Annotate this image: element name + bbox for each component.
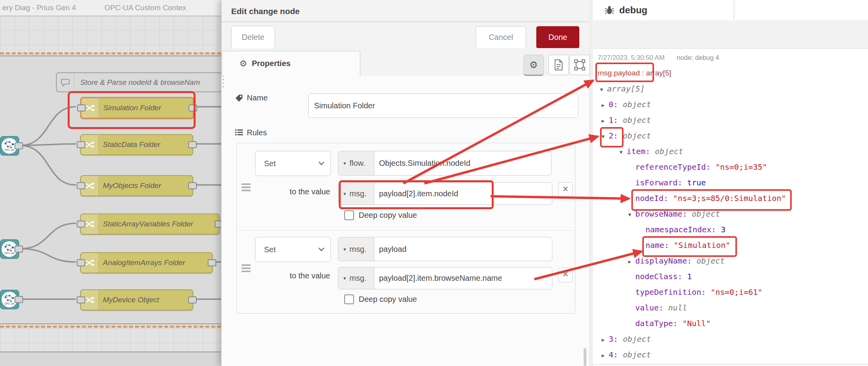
flow-canvas[interactable]: ery Diag - Prius Gen 4OPC-UA Custom Cont… — [0, 0, 221, 366]
comment-node[interactable]: Store & Parse nodeId & browseNam — [56, 72, 221, 92]
delete-button[interactable]: Delete — [231, 26, 275, 48]
expand-icon[interactable]: ▸ — [602, 97, 609, 113]
json-key: 3: — [609, 334, 618, 344]
expand-icon[interactable]: ▸ — [628, 254, 635, 269]
json-type: array[5] — [607, 84, 645, 93]
node-port-in[interactable] — [77, 296, 85, 303]
node-port-in[interactable] — [77, 221, 85, 228]
rule2-target-value[interactable] — [374, 237, 552, 261]
node-port-out[interactable] — [14, 246, 23, 253]
json-value: "Simulation" — [674, 240, 730, 250]
change-node[interactable]: StaticData Folder — [80, 134, 193, 155]
rule1-target-type[interactable]: ▾ flow. — [338, 151, 374, 175]
rule1-value-prefix: msg. — [350, 189, 367, 198]
rule2-value-type[interactable]: ▾ msg. — [338, 267, 374, 289]
debug-toolbar — [593, 20, 868, 49]
opcua-node[interactable]: OPC UA — [0, 239, 19, 259]
change-node[interactable]: StaticArrayVariables Folder — [80, 214, 220, 235]
debug-tree-row: nodeClass: 1 — [598, 269, 868, 284]
rule2-target-prefix: msg. — [350, 245, 367, 254]
name-input[interactable] — [308, 93, 578, 118]
change-node[interactable]: Simulation Folder — [80, 97, 194, 119]
json-type: object — [692, 209, 720, 219]
dialog-form: Name Rules Set ▾ flow. — [221, 75, 589, 366]
tray-resize-grip[interactable] — [222, 75, 224, 91]
json-key: namespaceIndex: — [645, 225, 716, 234]
description-tab-button[interactable] — [548, 55, 569, 75]
caret-down-icon: ▾ — [343, 191, 346, 197]
expand-icon[interactable]: ▸ — [602, 348, 609, 363]
rule1-deep-copy-checkbox[interactable] — [344, 210, 354, 220]
speech-bubble-icon — [57, 73, 74, 92]
node-port-out[interactable] — [208, 259, 216, 266]
collapse-icon[interactable]: ▾ — [620, 144, 627, 160]
node-port-out[interactable] — [14, 296, 23, 303]
json-key: dataType: — [635, 319, 678, 328]
change-node[interactable]: MyObjects Folder — [80, 175, 193, 196]
node-port-out[interactable] — [14, 142, 23, 149]
rule1-drag-handle[interactable] — [241, 183, 251, 191]
tab-properties-label: Properties — [252, 59, 291, 68]
change-node[interactable]: MyDevice Object — [80, 289, 193, 310]
node-label: MyObjects Folder — [103, 176, 189, 196]
debug-timestamp: 7/27/2023, 5:30:50 AM — [598, 54, 665, 61]
json-type: object — [623, 100, 651, 109]
node-port-out[interactable] — [188, 141, 197, 148]
collapse-icon[interactable]: ▾ — [602, 129, 609, 144]
rule2-delete-button[interactable]: × — [558, 267, 573, 282]
json-key: browseName: — [635, 209, 687, 219]
rule1-target-input[interactable]: ▾ flow. — [338, 151, 552, 176]
comment-label: Store & Parse nodeId & browseNam — [80, 73, 221, 92]
rule1-value-type[interactable]: ▾ msg. — [338, 183, 374, 205]
rule2-deep-copy-checkbox[interactable] — [344, 294, 354, 304]
node-port-in[interactable] — [77, 141, 85, 148]
node-port-in[interactable] — [77, 182, 85, 189]
chevron-down-icon — [318, 161, 324, 165]
rule2-value-value[interactable] — [374, 267, 552, 289]
node-port-out[interactable] — [188, 296, 197, 303]
node-port-out[interactable] — [189, 104, 197, 111]
name-label: Name — [247, 93, 268, 102]
node-port-out[interactable] — [215, 221, 221, 228]
json-type: object — [623, 350, 651, 359]
rule1-value-input[interactable]: ▾ msg. — [338, 182, 552, 205]
rule1-delete-button[interactable]: × — [558, 182, 573, 197]
rule2-action-value: Set — [264, 237, 276, 262]
rule2-target-type[interactable]: ▾ msg. — [338, 237, 374, 261]
tab-properties[interactable]: ⚙ Properties — [222, 51, 360, 76]
rule1-deep-copy-row: Deep copy value — [344, 210, 417, 220]
rule2-drag-handle[interactable] — [241, 264, 251, 272]
change-node[interactable]: AnalogItemArrays Folder — [80, 252, 213, 273]
rule2-value-input[interactable]: ▾ msg. — [338, 267, 552, 289]
done-button[interactable]: Done — [536, 26, 579, 48]
node-port-out[interactable] — [188, 182, 197, 189]
cancel-button[interactable]: Cancel — [476, 26, 526, 48]
tab-debug[interactable]: debug — [593, 0, 734, 20]
appearance-tab-button[interactable] — [570, 55, 590, 75]
debug-node-name: node: debug 4 — [677, 54, 719, 61]
svg-text:OPC UA: OPC UA — [5, 302, 15, 305]
rule2-target-input[interactable]: ▾ msg. — [338, 237, 552, 261]
debug-message-header[interactable]: msg.payload : array[5] — [598, 65, 868, 81]
expand-icon[interactable]: ▸ — [602, 113, 609, 129]
debug-tree-row: ▸3: object — [598, 331, 868, 347]
rule1-action-value: Set — [264, 151, 276, 176]
dialog-scrollbar[interactable] — [584, 348, 586, 366]
collapse-icon[interactable]: ▾ — [628, 207, 635, 222]
collapse-icon[interactable]: ▾ — [600, 82, 607, 97]
rule1-target-value[interactable] — [374, 151, 551, 175]
expand-icon[interactable]: ▸ — [602, 332, 609, 348]
rule1-action-select[interactable]: Set — [255, 151, 331, 176]
debug-tree-row: ▸1: object — [598, 112, 868, 128]
properties-tab-button[interactable]: ⚙ — [523, 55, 544, 76]
rule2-action-select[interactable]: Set — [255, 237, 331, 262]
rule-separator — [237, 230, 574, 231]
node-label: StaticData Folder — [103, 135, 189, 154]
node-port-in[interactable] — [77, 259, 85, 266]
opcua-node[interactable]: OPC UA — [0, 136, 19, 156]
rule2-to-value-label: to the value — [258, 271, 330, 280]
opcua-node[interactable]: OPC UA — [0, 290, 19, 309]
rule1-value-value[interactable] — [374, 183, 552, 205]
json-type: object — [697, 256, 725, 266]
node-port-in[interactable] — [77, 104, 86, 111]
